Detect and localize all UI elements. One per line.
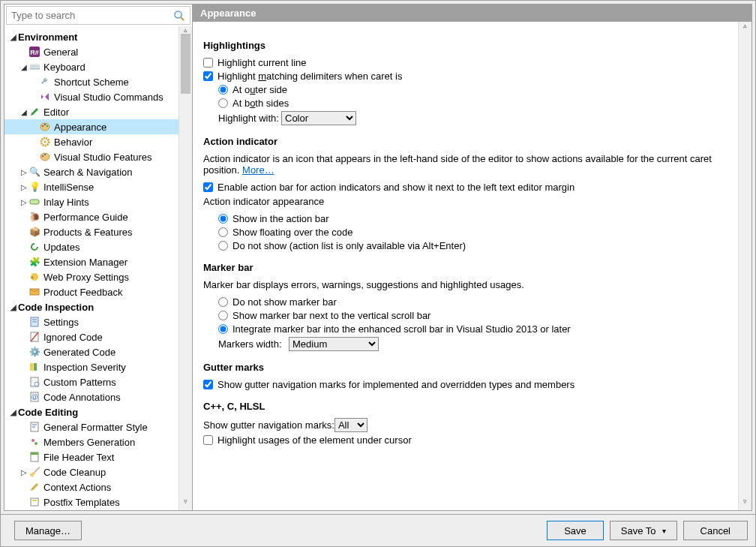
show-action-bar-radio[interactable] <box>218 214 228 224</box>
highlight-matching-checkbox[interactable] <box>203 71 213 81</box>
expand-icon[interactable]: ▷ <box>20 198 28 206</box>
tree-code-editing[interactable]: ◢Code Editing <box>4 404 192 419</box>
tree-feedback[interactable]: Product Feedback <box>4 284 192 299</box>
tree-label: Behavior <box>54 137 92 148</box>
tree-inlay-hints[interactable]: ▷Inlay Hints <box>4 194 192 209</box>
svg-point-11 <box>42 155 44 157</box>
highlight-with-select[interactable]: Color <box>281 111 356 125</box>
tree-postfix[interactable]: Postfix Templates <box>4 494 192 509</box>
expand-icon[interactable]: ▷ <box>20 468 28 476</box>
tree-environment[interactable]: ◢Environment <box>4 29 192 44</box>
expand-icon[interactable]: ◢ <box>20 108 28 116</box>
tree-editor[interactable]: ◢Editor <box>4 104 192 119</box>
marker-integrate-radio[interactable] <box>218 324 228 334</box>
tree-label: Ignored Code <box>44 332 103 343</box>
tree-shortcut-scheme[interactable]: Shortcut Scheme <box>4 74 192 89</box>
tree-patterns[interactable]: Custom Patterns <box>4 374 192 389</box>
options-window: ◢Environment R#General ◢⌨️Keyboard Short… <box>0 0 756 547</box>
more-link[interactable]: More… <box>242 164 274 176</box>
tree-vs-features[interactable]: Visual Studio Features <box>4 149 192 164</box>
expand-icon[interactable]: ▷ <box>20 183 28 191</box>
members-icon <box>28 436 40 448</box>
tree-context-actions[interactable]: Context Actions <box>4 479 192 494</box>
search-input[interactable] <box>7 7 166 24</box>
svg-point-6 <box>44 124 46 125</box>
label: Show gutter navigation marks for impleme… <box>218 379 574 390</box>
tree-appearance[interactable]: Appearance <box>4 119 192 134</box>
show-floating-radio[interactable] <box>218 227 228 237</box>
highlight-with-label: Highlight with: <box>218 113 281 124</box>
tree-keyboard[interactable]: ◢⌨️Keyboard <box>4 59 192 74</box>
expand-icon[interactable]: ◢ <box>9 303 18 311</box>
tree-label: Shortcut Scheme <box>54 77 129 88</box>
section-gutter: Gutter marks <box>203 362 730 373</box>
scroll-up-icon[interactable]: ▵ <box>739 22 752 35</box>
expand-icon[interactable]: ◢ <box>20 63 28 71</box>
marker-donot-radio[interactable] <box>218 297 228 307</box>
expand-icon[interactable]: ▷ <box>20 168 28 176</box>
donot-show-radio[interactable] <box>218 241 228 251</box>
svg-point-0 <box>175 11 182 18</box>
svg-text:R#: R# <box>30 49 39 56</box>
tree-products[interactable]: 📦Products & Features <box>4 224 192 239</box>
scroll-thumb[interactable] <box>181 34 190 94</box>
tree-web-proxy[interactable]: Web Proxy Settings <box>4 269 192 284</box>
tree-behavior[interactable]: Behavior <box>4 134 192 149</box>
caret-both-radio[interactable] <box>218 98 228 108</box>
tree-code-inspection[interactable]: ◢Code Inspection <box>4 299 192 314</box>
cancel-button[interactable]: Cancel <box>683 521 748 540</box>
ignored-icon <box>28 331 40 343</box>
cpp-nav-select[interactable]: All <box>334 418 368 432</box>
expand-icon[interactable]: ◢ <box>9 33 18 41</box>
cpp-hl-usages-checkbox[interactable] <box>203 435 213 445</box>
tree-label: Generated Code <box>44 347 116 358</box>
scroll-down-icon[interactable]: ▿ <box>739 497 752 510</box>
svg-line-1 <box>181 17 184 20</box>
tree-ignored-code[interactable]: Ignored Code <box>4 329 192 344</box>
tree-intellisense[interactable]: ▷💡IntelliSense <box>4 179 192 194</box>
manage-button[interactable]: Manage… <box>14 521 82 540</box>
palette-icon <box>39 151 51 163</box>
search-box[interactable] <box>6 6 190 25</box>
page-title: Appearance <box>193 5 752 22</box>
tree-search-nav[interactable]: ▷🔍Search & Navigation <box>4 164 192 179</box>
tree-cleanup[interactable]: ▷🧹Code Cleanup <box>4 464 192 479</box>
expand-icon[interactable]: ◢ <box>9 408 18 416</box>
tree-general[interactable]: R#General <box>4 44 192 59</box>
tree-severity[interactable]: Inspection Severity <box>4 359 192 374</box>
box-icon: 📦 <box>28 226 40 238</box>
gear-icon <box>39 136 51 148</box>
caret-outer-radio[interactable] <box>218 85 228 95</box>
tree-performance[interactable]: 🐌Performance Guide <box>4 209 192 224</box>
content-area: Highlightings Highlight current line Hig… <box>193 22 752 510</box>
tree-scrollbar[interactable]: ▵ ▿ <box>178 26 192 510</box>
content-scrollbar[interactable]: ▵ ▿ <box>738 22 752 510</box>
tree-label: Updates <box>44 242 80 253</box>
fileheader-icon <box>28 451 40 463</box>
tree-formatter[interactable]: General Formatter Style <box>4 419 192 434</box>
markers-width-select[interactable]: Medium <box>289 337 379 351</box>
refresh-icon <box>28 241 40 253</box>
tree-annotations[interactable]: @Code Annotations <box>4 389 192 404</box>
save-button[interactable]: Save <box>547 521 604 540</box>
tree-file-header[interactable]: File Header Text <box>4 449 192 464</box>
tree-label: Custom Patterns <box>44 377 116 388</box>
label: Show marker bar next to the vertical scr… <box>232 310 430 321</box>
nav-tree[interactable]: ◢Environment R#General ◢⌨️Keyboard Short… <box>4 26 192 510</box>
enable-action-bar-checkbox[interactable] <box>203 182 213 192</box>
save-to-button[interactable]: Save To <box>610 521 677 540</box>
tree-ext-manager[interactable]: 🧩Extension Manager <box>4 254 192 269</box>
envelope-icon <box>28 286 40 298</box>
tree-label: Members Generation <box>44 437 135 448</box>
label: Show floating over the code <box>232 227 352 238</box>
scroll-down-icon[interactable]: ▿ <box>179 497 192 510</box>
tree-generated-code[interactable]: ⚙️Generated Code <box>4 344 192 359</box>
tree-insp-settings[interactable]: Settings <box>4 314 192 329</box>
highlight-current-line-checkbox[interactable] <box>203 58 213 68</box>
tree-members[interactable]: Members Generation <box>4 434 192 449</box>
label: At outer side <box>232 84 287 95</box>
gutter-nav-checkbox[interactable] <box>203 380 213 389</box>
marker-next-radio[interactable] <box>218 311 228 320</box>
tree-updates[interactable]: Updates <box>4 239 192 254</box>
tree-vs-commands[interactable]: Visual Studio Commands <box>4 89 192 104</box>
